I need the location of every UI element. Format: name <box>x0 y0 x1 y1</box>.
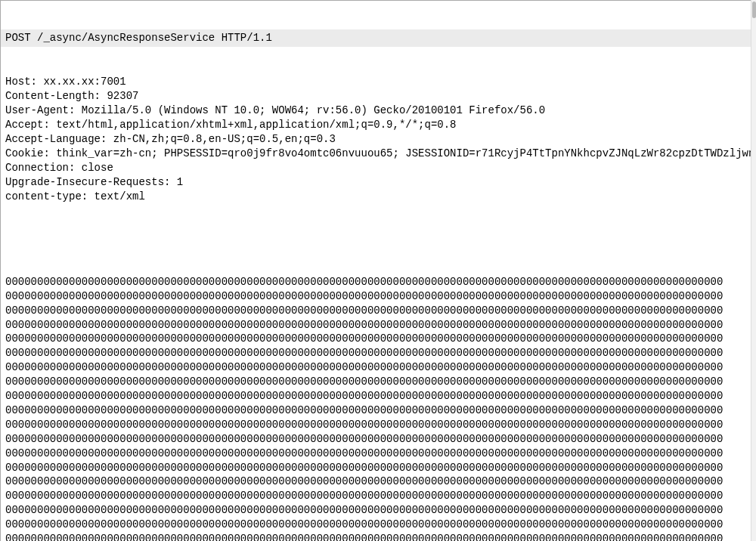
request-body: 0000000000000000000000000000000000000000… <box>5 275 751 541</box>
scrollbar-thumb[interactable] <box>752 2 756 18</box>
body-line: 0000000000000000000000000000000000000000… <box>5 432 751 447</box>
body-line: 0000000000000000000000000000000000000000… <box>5 360 751 375</box>
body-line: 0000000000000000000000000000000000000000… <box>5 375 751 389</box>
headers-body-separator <box>5 232 751 246</box>
body-line: 0000000000000000000000000000000000000000… <box>5 389 751 403</box>
body-line: 0000000000000000000000000000000000000000… <box>5 289 751 304</box>
body-line: 0000000000000000000000000000000000000000… <box>5 275 751 289</box>
body-line: 0000000000000000000000000000000000000000… <box>5 304 751 318</box>
header-line: Accept: text/html,application/xhtml+xml,… <box>5 118 751 132</box>
body-line: 0000000000000000000000000000000000000000… <box>5 332 751 346</box>
body-line: 0000000000000000000000000000000000000000… <box>5 518 751 532</box>
body-line: 0000000000000000000000000000000000000000… <box>5 461 751 475</box>
body-line: 0000000000000000000000000000000000000000… <box>5 503 751 518</box>
body-line: 0000000000000000000000000000000000000000… <box>5 532 751 541</box>
body-line: 0000000000000000000000000000000000000000… <box>5 346 751 360</box>
header-line: Content-Length: 92307 <box>5 89 751 104</box>
body-line: 0000000000000000000000000000000000000000… <box>5 447 751 461</box>
vertical-scrollbar[interactable] <box>751 0 756 541</box>
body-line: 0000000000000000000000000000000000000000… <box>5 318 751 332</box>
header-line: Cookie: think_var=zh-cn; PHPSESSID=qro0j… <box>5 147 751 161</box>
body-line: 0000000000000000000000000000000000000000… <box>5 403 751 418</box>
header-line: Upgrade-Insecure-Requests: 1 <box>5 175 751 190</box>
header-line: Connection: close <box>5 161 751 175</box>
http-raw-viewer[interactable]: POST /_async/AsyncResponseService HTTP/1… <box>0 0 756 541</box>
header-line: Accept-Language: zh-CN,zh;q=0.8,en-US;q=… <box>5 132 751 147</box>
header-line: User-Agent: Mozilla/5.0 (Windows NT 10.0… <box>5 104 751 118</box>
request-line: POST /_async/AsyncResponseService HTTP/1… <box>1 29 755 47</box>
body-line: 0000000000000000000000000000000000000000… <box>5 475 751 489</box>
request-headers: Host: xx.xx.xx:7001Content-Length: 92307… <box>5 75 751 203</box>
body-line: 0000000000000000000000000000000000000000… <box>5 489 751 503</box>
body-line: 0000000000000000000000000000000000000000… <box>5 418 751 432</box>
header-line: Host: xx.xx.xx:7001 <box>5 75 751 89</box>
header-line: content-type: text/xml <box>5 190 751 204</box>
